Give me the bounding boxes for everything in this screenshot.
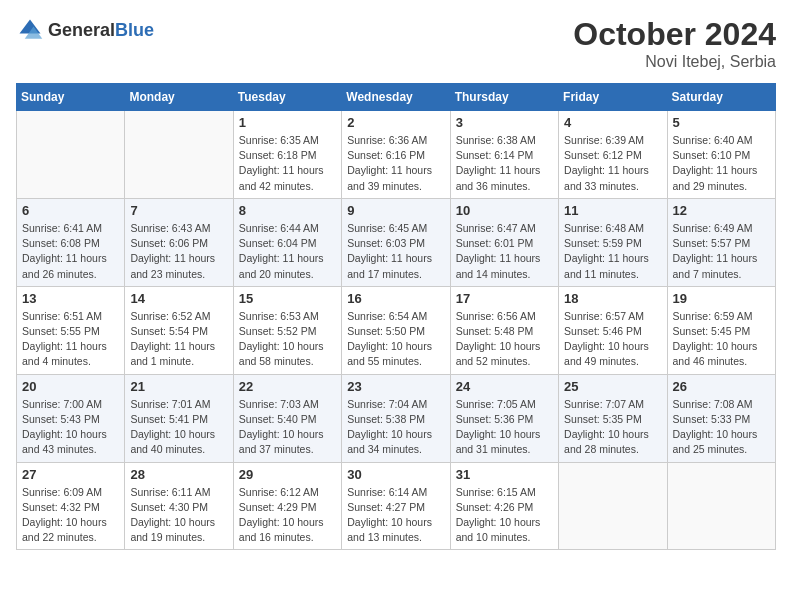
calendar-cell: 14Sunrise: 6:52 AMSunset: 5:54 PMDayligh… [125, 286, 233, 374]
logo-text-blue: Blue [115, 20, 154, 40]
day-number: 1 [239, 115, 336, 130]
calendar-header-row: SundayMondayTuesdayWednesdayThursdayFrid… [17, 84, 776, 111]
calendar-cell: 26Sunrise: 7:08 AMSunset: 5:33 PMDayligh… [667, 374, 775, 462]
calendar-cell: 20Sunrise: 7:00 AMSunset: 5:43 PMDayligh… [17, 374, 125, 462]
day-info: Sunrise: 6:35 AMSunset: 6:18 PMDaylight:… [239, 133, 336, 194]
day-info: Sunrise: 6:11 AMSunset: 4:30 PMDaylight:… [130, 485, 227, 546]
day-info: Sunrise: 6:36 AMSunset: 6:16 PMDaylight:… [347, 133, 444, 194]
day-info: Sunrise: 6:39 AMSunset: 6:12 PMDaylight:… [564, 133, 661, 194]
day-number: 16 [347, 291, 444, 306]
calendar-cell: 18Sunrise: 6:57 AMSunset: 5:46 PMDayligh… [559, 286, 667, 374]
day-number: 24 [456, 379, 553, 394]
calendar-cell: 1Sunrise: 6:35 AMSunset: 6:18 PMDaylight… [233, 111, 341, 199]
calendar-cell: 8Sunrise: 6:44 AMSunset: 6:04 PMDaylight… [233, 198, 341, 286]
day-info: Sunrise: 7:04 AMSunset: 5:38 PMDaylight:… [347, 397, 444, 458]
day-info: Sunrise: 7:03 AMSunset: 5:40 PMDaylight:… [239, 397, 336, 458]
day-info: Sunrise: 7:01 AMSunset: 5:41 PMDaylight:… [130, 397, 227, 458]
calendar-cell: 17Sunrise: 6:56 AMSunset: 5:48 PMDayligh… [450, 286, 558, 374]
calendar-cell: 15Sunrise: 6:53 AMSunset: 5:52 PMDayligh… [233, 286, 341, 374]
calendar-cell: 25Sunrise: 7:07 AMSunset: 5:35 PMDayligh… [559, 374, 667, 462]
day-number: 7 [130, 203, 227, 218]
calendar-col-header: Friday [559, 84, 667, 111]
calendar-week-row: 6Sunrise: 6:41 AMSunset: 6:08 PMDaylight… [17, 198, 776, 286]
day-number: 28 [130, 467, 227, 482]
calendar-col-header: Wednesday [342, 84, 450, 111]
day-number: 21 [130, 379, 227, 394]
day-info: Sunrise: 6:38 AMSunset: 6:14 PMDaylight:… [456, 133, 553, 194]
day-number: 13 [22, 291, 119, 306]
calendar-cell: 10Sunrise: 6:47 AMSunset: 6:01 PMDayligh… [450, 198, 558, 286]
calendar-cell: 22Sunrise: 7:03 AMSunset: 5:40 PMDayligh… [233, 374, 341, 462]
day-info: Sunrise: 6:12 AMSunset: 4:29 PMDaylight:… [239, 485, 336, 546]
day-number: 2 [347, 115, 444, 130]
title-location: Novi Itebej, Serbia [573, 53, 776, 71]
calendar-cell: 30Sunrise: 6:14 AMSunset: 4:27 PMDayligh… [342, 462, 450, 550]
calendar-cell: 9Sunrise: 6:45 AMSunset: 6:03 PMDaylight… [342, 198, 450, 286]
calendar-cell: 19Sunrise: 6:59 AMSunset: 5:45 PMDayligh… [667, 286, 775, 374]
logo-icon [16, 16, 44, 44]
title-month: October 2024 [573, 16, 776, 53]
calendar-cell: 24Sunrise: 7:05 AMSunset: 5:36 PMDayligh… [450, 374, 558, 462]
calendar-cell: 3Sunrise: 6:38 AMSunset: 6:14 PMDaylight… [450, 111, 558, 199]
logo-text-general: General [48, 20, 115, 40]
day-info: Sunrise: 7:00 AMSunset: 5:43 PMDaylight:… [22, 397, 119, 458]
day-info: Sunrise: 6:43 AMSunset: 6:06 PMDaylight:… [130, 221, 227, 282]
day-info: Sunrise: 7:05 AMSunset: 5:36 PMDaylight:… [456, 397, 553, 458]
day-info: Sunrise: 6:56 AMSunset: 5:48 PMDaylight:… [456, 309, 553, 370]
day-number: 10 [456, 203, 553, 218]
day-info: Sunrise: 6:52 AMSunset: 5:54 PMDaylight:… [130, 309, 227, 370]
calendar-week-row: 27Sunrise: 6:09 AMSunset: 4:32 PMDayligh… [17, 462, 776, 550]
calendar-cell: 6Sunrise: 6:41 AMSunset: 6:08 PMDaylight… [17, 198, 125, 286]
day-info: Sunrise: 7:08 AMSunset: 5:33 PMDaylight:… [673, 397, 770, 458]
day-number: 11 [564, 203, 661, 218]
day-number: 19 [673, 291, 770, 306]
day-number: 15 [239, 291, 336, 306]
day-number: 14 [130, 291, 227, 306]
day-info: Sunrise: 6:41 AMSunset: 6:08 PMDaylight:… [22, 221, 119, 282]
day-number: 4 [564, 115, 661, 130]
day-number: 6 [22, 203, 119, 218]
calendar-cell [17, 111, 125, 199]
day-number: 3 [456, 115, 553, 130]
calendar-cell [559, 462, 667, 550]
calendar-cell: 27Sunrise: 6:09 AMSunset: 4:32 PMDayligh… [17, 462, 125, 550]
day-number: 26 [673, 379, 770, 394]
page-header: GeneralBlue October 2024 Novi Itebej, Se… [16, 16, 776, 71]
day-number: 20 [22, 379, 119, 394]
calendar-cell: 2Sunrise: 6:36 AMSunset: 6:16 PMDaylight… [342, 111, 450, 199]
day-info: Sunrise: 6:15 AMSunset: 4:26 PMDaylight:… [456, 485, 553, 546]
day-number: 12 [673, 203, 770, 218]
calendar-col-header: Thursday [450, 84, 558, 111]
calendar-cell [125, 111, 233, 199]
day-number: 30 [347, 467, 444, 482]
day-info: Sunrise: 6:51 AMSunset: 5:55 PMDaylight:… [22, 309, 119, 370]
logo: GeneralBlue [16, 16, 154, 44]
day-info: Sunrise: 6:57 AMSunset: 5:46 PMDaylight:… [564, 309, 661, 370]
calendar-col-header: Sunday [17, 84, 125, 111]
day-info: Sunrise: 6:48 AMSunset: 5:59 PMDaylight:… [564, 221, 661, 282]
calendar-cell: 13Sunrise: 6:51 AMSunset: 5:55 PMDayligh… [17, 286, 125, 374]
day-info: Sunrise: 6:49 AMSunset: 5:57 PMDaylight:… [673, 221, 770, 282]
calendar-cell: 29Sunrise: 6:12 AMSunset: 4:29 PMDayligh… [233, 462, 341, 550]
day-number: 8 [239, 203, 336, 218]
day-info: Sunrise: 6:40 AMSunset: 6:10 PMDaylight:… [673, 133, 770, 194]
day-info: Sunrise: 6:14 AMSunset: 4:27 PMDaylight:… [347, 485, 444, 546]
calendar-cell: 16Sunrise: 6:54 AMSunset: 5:50 PMDayligh… [342, 286, 450, 374]
day-info: Sunrise: 7:07 AMSunset: 5:35 PMDaylight:… [564, 397, 661, 458]
calendar-cell: 23Sunrise: 7:04 AMSunset: 5:38 PMDayligh… [342, 374, 450, 462]
day-number: 23 [347, 379, 444, 394]
calendar-col-header: Monday [125, 84, 233, 111]
day-number: 25 [564, 379, 661, 394]
calendar-table: SundayMondayTuesdayWednesdayThursdayFrid… [16, 83, 776, 550]
day-number: 17 [456, 291, 553, 306]
calendar-cell [667, 462, 775, 550]
day-info: Sunrise: 6:45 AMSunset: 6:03 PMDaylight:… [347, 221, 444, 282]
calendar-col-header: Tuesday [233, 84, 341, 111]
day-number: 31 [456, 467, 553, 482]
day-info: Sunrise: 6:44 AMSunset: 6:04 PMDaylight:… [239, 221, 336, 282]
calendar-col-header: Saturday [667, 84, 775, 111]
calendar-cell: 4Sunrise: 6:39 AMSunset: 6:12 PMDaylight… [559, 111, 667, 199]
day-info: Sunrise: 6:54 AMSunset: 5:50 PMDaylight:… [347, 309, 444, 370]
calendar-cell: 5Sunrise: 6:40 AMSunset: 6:10 PMDaylight… [667, 111, 775, 199]
day-number: 27 [22, 467, 119, 482]
